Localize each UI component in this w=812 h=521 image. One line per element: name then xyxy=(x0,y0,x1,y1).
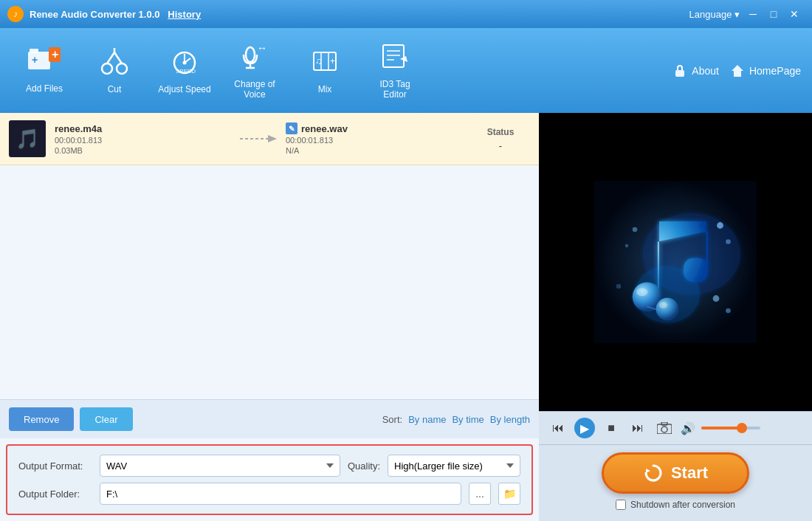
sort-label: Sort: xyxy=(382,414,402,425)
svg-marker-31 xyxy=(268,135,277,142)
format-row: Output Format: WAV MP3 AAC FLAC OGG Qual… xyxy=(18,455,520,477)
screenshot-button[interactable] xyxy=(654,418,675,438)
svg-point-44 xyxy=(713,295,720,302)
app-title: Renee Audio Converter 1.0.0 History xyxy=(30,9,689,20)
svg-point-41 xyxy=(726,239,731,244)
status-badge: - xyxy=(471,140,530,151)
player-controls: ⏮ ▶ ■ ⏭ 🔊 xyxy=(539,411,812,444)
toolbar: + + Add Files Cut SPEED xyxy=(0,28,812,113)
change-of-voice-icon: ↔ xyxy=(239,41,270,75)
output-file-info: ✎ renee.wav 00:00:01.813 N/A xyxy=(286,123,462,155)
svg-point-15 xyxy=(246,47,255,62)
stop-button[interactable]: ■ xyxy=(601,418,622,438)
change-of-voice-label: Change of Voice xyxy=(227,79,282,100)
skip-back-button[interactable]: ⏮ xyxy=(548,418,568,438)
bottom-controls: Remove Clear Sort: By name By time By le… xyxy=(0,399,539,438)
browse-button[interactable]: ... xyxy=(469,483,491,505)
svg-point-13 xyxy=(183,61,187,64)
folder-input[interactable] xyxy=(100,483,461,505)
arrow-icon xyxy=(240,131,277,146)
file-thumbnail: 🎵 xyxy=(9,120,46,157)
toolbar-add-files[interactable]: + + Add Files xyxy=(11,38,78,104)
adjust-speed-icon: SPEED xyxy=(170,46,199,80)
svg-line-8 xyxy=(114,52,122,63)
start-button[interactable]: Start xyxy=(602,452,749,494)
volume-fill xyxy=(701,427,740,429)
svg-point-6 xyxy=(117,63,127,74)
skip-forward-button[interactable]: ⏭ xyxy=(627,418,648,438)
quality-label: Quality: xyxy=(348,460,380,472)
adjust-speed-label: Adjust Speed xyxy=(158,84,210,94)
toolbar-change-of-voice[interactable]: ↔ Change of Voice xyxy=(221,38,288,104)
edit-icon[interactable]: ✎ xyxy=(286,123,297,134)
volume-icon[interactable]: 🔊 xyxy=(681,421,695,435)
cut-label: Cut xyxy=(108,84,122,94)
shutdown-checkbox[interactable] xyxy=(616,500,626,510)
play-button[interactable]: ▶ xyxy=(574,418,595,438)
mix-label: Mix xyxy=(318,84,332,94)
toolbar-id3-tag-editor[interactable]: ID3 Tag Editor xyxy=(362,38,428,104)
svg-point-40 xyxy=(717,222,723,229)
music-note-icon: 🎵 xyxy=(16,128,39,151)
preview-area xyxy=(539,113,812,411)
close-button[interactable]: ✕ xyxy=(784,5,805,23)
cut-icon xyxy=(100,46,129,80)
language-selector[interactable]: Language ▾ xyxy=(689,9,740,20)
svg-point-48 xyxy=(661,427,667,432)
svg-text:SPEED: SPEED xyxy=(176,68,196,75)
svg-point-42 xyxy=(633,227,638,232)
lock-icon xyxy=(672,63,687,78)
toolbar-adjust-speed[interactable]: SPEED Adjust Speed xyxy=(151,38,218,104)
svg-rect-1 xyxy=(30,49,38,53)
mix-icon: ♫ + xyxy=(310,46,340,80)
sort-by-name[interactable]: By name xyxy=(408,414,446,425)
shutdown-label: Shutdown after conversion xyxy=(630,500,735,510)
svg-point-43 xyxy=(625,244,628,247)
quality-select[interactable]: High(Larger file size) Medium Low xyxy=(388,455,520,477)
main-area: 🎵 renee.m4a 00:00:01.813 0.03MB ✎ xyxy=(0,113,812,521)
sort-area: Sort: By name By time By length xyxy=(382,414,530,425)
svg-text:+: + xyxy=(32,54,38,66)
output-filename-row: ✎ renee.wav xyxy=(286,123,462,134)
svg-point-45 xyxy=(726,308,731,314)
maximize-button[interactable]: □ xyxy=(763,5,784,23)
svg-rect-49 xyxy=(661,422,667,425)
file-list-area[interactable]: 🎵 renee.m4a 00:00:01.813 0.03MB ✎ xyxy=(0,113,539,399)
output-extra: N/A xyxy=(286,146,462,155)
svg-marker-50 xyxy=(646,469,650,473)
remove-button[interactable]: Remove xyxy=(9,407,74,431)
about-link[interactable]: About xyxy=(672,63,719,78)
table-row[interactable]: 🎵 renee.m4a 00:00:01.813 0.03MB ✎ xyxy=(0,113,539,165)
status-header: Status xyxy=(471,127,530,137)
svg-point-38 xyxy=(659,302,667,308)
start-label: Start xyxy=(671,463,708,483)
id3-tag-editor-icon xyxy=(379,41,410,75)
music-visualization xyxy=(539,113,812,411)
svg-rect-24 xyxy=(383,45,404,67)
svg-text:+: + xyxy=(330,56,335,66)
svg-text:♫: ♫ xyxy=(315,56,322,66)
sort-by-time[interactable]: By time xyxy=(452,414,484,425)
source-size: 0.03MB xyxy=(55,146,231,155)
home-icon xyxy=(730,63,745,78)
start-area: Start Shutdown after conversion xyxy=(539,444,812,521)
output-duration: 00:00:01.813 xyxy=(286,136,462,145)
sort-by-length[interactable]: By length xyxy=(490,414,530,425)
source-filename: renee.m4a xyxy=(55,123,231,134)
right-panel: ⏮ ▶ ■ ⏭ 🔊 xyxy=(539,113,812,521)
toolbar-cut[interactable]: Cut xyxy=(81,38,148,104)
minimize-button[interactable]: ─ xyxy=(743,5,763,23)
volume-slider[interactable] xyxy=(701,427,760,429)
music-note-svg xyxy=(594,181,757,343)
homepage-link[interactable]: HomePage xyxy=(730,63,801,78)
volume-thumb xyxy=(737,423,747,433)
format-select[interactable]: WAV MP3 AAC FLAC OGG xyxy=(100,455,340,477)
open-folder-button[interactable]: 📁 xyxy=(498,483,520,505)
source-file-info: renee.m4a 00:00:01.813 0.03MB xyxy=(55,123,231,155)
folder-label: Output Folder: xyxy=(18,489,92,500)
toolbar-mix[interactable]: ♫ + Mix xyxy=(292,38,358,104)
titlebar: ♪ Renee Audio Converter 1.0.0 History La… xyxy=(0,0,812,28)
clear-button[interactable]: Clear xyxy=(80,407,132,431)
add-files-label: Add Files xyxy=(26,83,63,94)
svg-point-46 xyxy=(616,284,622,289)
